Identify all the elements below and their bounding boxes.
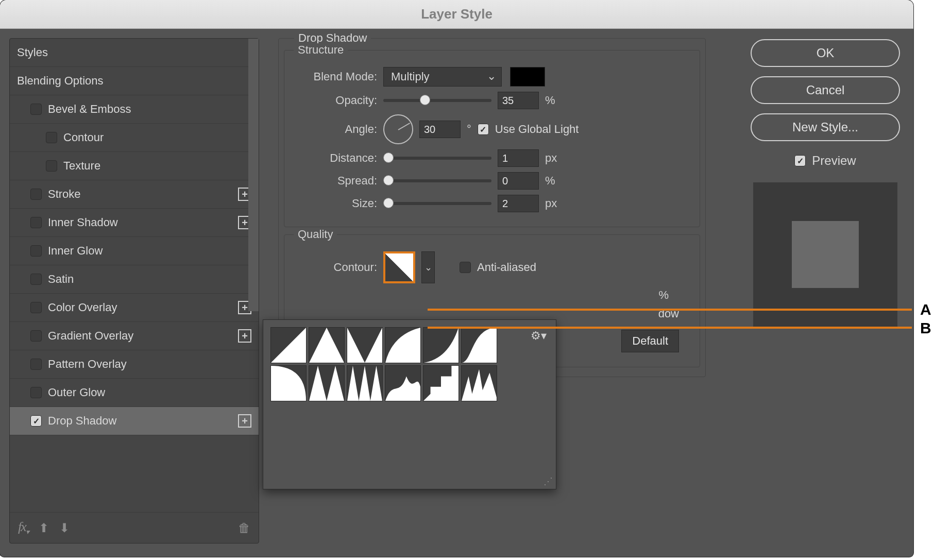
contour-preset-half-round[interactable] xyxy=(270,365,307,401)
move-up-icon[interactable]: ⬆ xyxy=(39,521,49,535)
sidebar-item-stroke[interactable]: Stroke+ xyxy=(10,180,259,209)
popup-resize-handle-icon[interactable]: ⋰ xyxy=(544,476,553,487)
contour-preset-cone[interactable] xyxy=(309,327,345,363)
outer-glow-checkbox[interactable] xyxy=(30,387,42,398)
size-label: Size: xyxy=(295,197,377,210)
effects-sidebar: Styles Blending Options Bevel & Emboss C… xyxy=(9,38,259,544)
preview-thumbnail xyxy=(753,182,897,327)
svg-marker-3 xyxy=(309,366,344,401)
sidebar-item-outer-glow[interactable]: Outer Glow xyxy=(10,379,259,407)
preview-checkbox[interactable] xyxy=(794,155,806,166)
size-slider[interactable] xyxy=(383,202,491,205)
contour-picker-popup: ⚙▾ ⋰ xyxy=(263,319,556,489)
move-down-icon[interactable]: ⬇ xyxy=(59,521,70,535)
sidebar-item-texture[interactable]: Texture xyxy=(10,152,259,180)
trash-icon[interactable]: 🗑 xyxy=(238,521,250,535)
svg-marker-4 xyxy=(347,366,382,401)
sidebar-item-gradient-overlay[interactable]: Gradient Overlay+ xyxy=(10,322,259,350)
global-light-checkbox[interactable] xyxy=(478,124,489,135)
opacity-input[interactable] xyxy=(498,92,539,109)
ok-button[interactable]: OK xyxy=(751,39,900,67)
size-input[interactable] xyxy=(498,195,539,212)
fx-menu-icon[interactable]: fx▾ xyxy=(18,519,28,536)
callout-label-a: A xyxy=(920,301,931,318)
antialiased-label: Anti-aliased xyxy=(477,261,536,274)
sidebar-item-bevel-emboss[interactable]: Bevel & Emboss xyxy=(10,95,259,124)
opacity-label: Opacity: xyxy=(295,94,377,107)
contour-preset-ring-double[interactable] xyxy=(347,365,383,401)
color-overlay-checkbox[interactable] xyxy=(30,302,42,313)
contour-preset-linear[interactable] xyxy=(270,327,307,363)
reset-to-default-button[interactable]: Default xyxy=(621,330,679,352)
contour-thumbnail[interactable] xyxy=(383,251,415,283)
cancel-button[interactable]: Cancel xyxy=(751,76,900,104)
spread-slider[interactable] xyxy=(383,179,491,182)
texture-checkbox[interactable] xyxy=(46,160,57,172)
inner-shadow-checkbox[interactable] xyxy=(30,217,42,228)
sidebar-item-satin[interactable]: Satin xyxy=(10,265,259,294)
contour-preset-rolling-slope[interactable] xyxy=(385,365,421,401)
sidebar-item-inner-glow[interactable]: Inner Glow xyxy=(10,237,259,265)
spread-label: Spread: xyxy=(295,174,377,188)
opacity-slider[interactable] xyxy=(383,99,491,102)
callout-line-a xyxy=(428,309,912,311)
distance-slider[interactable] xyxy=(383,157,491,160)
contour-preset-ring[interactable] xyxy=(309,365,345,401)
drop-shadow-add-icon[interactable]: + xyxy=(238,414,251,428)
preview-label: Preview xyxy=(812,154,856,168)
satin-checkbox[interactable] xyxy=(30,274,42,285)
svg-marker-1 xyxy=(309,328,344,363)
contour-checkbox[interactable] xyxy=(46,132,57,143)
sidebar-item-pattern-overlay[interactable]: Pattern Overlay xyxy=(10,350,259,379)
contour-dropdown-icon[interactable] xyxy=(421,251,435,283)
drop-shadow-checkbox[interactable] xyxy=(30,415,42,427)
gradient-overlay-add-icon[interactable]: + xyxy=(238,329,251,343)
antialiased-checkbox[interactable] xyxy=(460,262,471,273)
new-style-button[interactable]: New Style... xyxy=(751,113,900,141)
pattern-overlay-checkbox[interactable] xyxy=(30,359,42,370)
structure-title: Structure xyxy=(294,43,348,57)
blend-mode-label: Blend Mode: xyxy=(295,70,377,83)
callout-label-b: B xyxy=(920,319,931,337)
contour-grid xyxy=(270,327,549,401)
window-title: Layer Style xyxy=(421,6,493,22)
contour-preset-cone-inverted[interactable] xyxy=(347,327,383,363)
contour-label: Contour: xyxy=(295,261,377,274)
sidebar-item-color-overlay[interactable]: Color Overlay+ xyxy=(10,294,259,322)
sidebar-footer: fx▾ ⬆ ⬇ 🗑 xyxy=(10,512,259,543)
svg-marker-5 xyxy=(462,369,497,401)
contour-preset-gaussian[interactable] xyxy=(461,327,497,363)
window-titlebar: Layer Style xyxy=(0,0,913,29)
svg-marker-2 xyxy=(347,328,382,363)
contour-preset-sawtooth[interactable] xyxy=(461,365,497,401)
blend-mode-select[interactable]: Multiply xyxy=(383,67,502,87)
contour-preset-cove-shallow[interactable] xyxy=(423,327,459,363)
shadow-color-swatch[interactable] xyxy=(510,67,545,87)
dialog-right-column: OK Cancel New Style... Preview xyxy=(751,39,900,327)
distance-input[interactable] xyxy=(498,149,539,167)
callout-line-b xyxy=(428,327,912,329)
noise-unit: % xyxy=(658,289,669,302)
angle-label: Angle: xyxy=(295,123,377,136)
sidebar-item-drop-shadow[interactable]: Drop Shadow+ xyxy=(10,407,259,435)
distance-label: Distance: xyxy=(295,151,377,165)
angle-dial[interactable] xyxy=(383,114,413,144)
sidebar-item-contour[interactable]: Contour xyxy=(10,124,259,152)
angle-input[interactable] xyxy=(419,121,461,138)
contour-preset-cove-deep[interactable] xyxy=(385,327,421,363)
sidebar-item-inner-shadow[interactable]: Inner Shadow+ xyxy=(10,209,259,237)
gradient-overlay-checkbox[interactable] xyxy=(30,330,42,342)
inner-glow-checkbox[interactable] xyxy=(30,245,42,257)
structure-group: Structure Blend Mode: Multiply Opacity: … xyxy=(284,50,700,227)
quality-title: Quality xyxy=(294,228,337,241)
spread-input[interactable] xyxy=(498,172,539,190)
bevel-emboss-checkbox[interactable] xyxy=(30,104,42,115)
stroke-checkbox[interactable] xyxy=(30,189,42,200)
sidebar-scrollbar[interactable] xyxy=(248,39,259,311)
sidebar-styles-header[interactable]: Styles xyxy=(10,39,259,67)
contour-preset-rounded-steps[interactable] xyxy=(423,365,459,401)
global-light-label: Use Global Light xyxy=(495,123,579,136)
contour-picker-gear-icon[interactable]: ⚙▾ xyxy=(531,329,547,343)
sidebar-blending-header[interactable]: Blending Options xyxy=(10,67,259,95)
svg-marker-0 xyxy=(271,328,306,363)
